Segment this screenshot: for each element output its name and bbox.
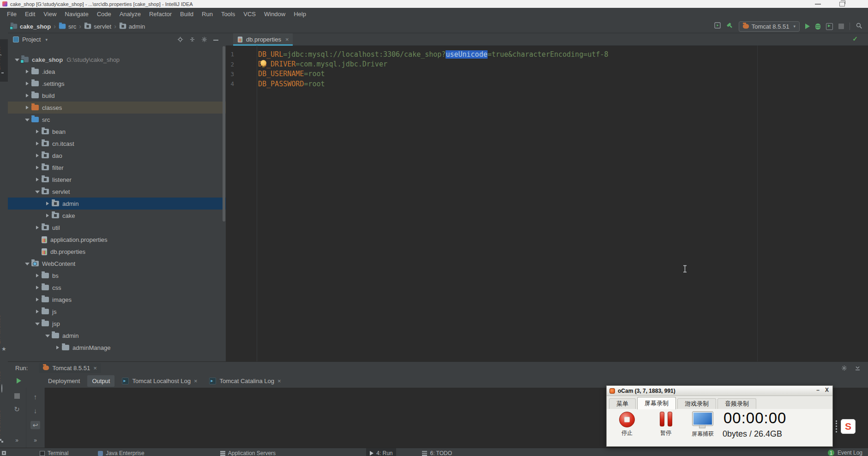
expand-arrow-icon[interactable]: [35, 153, 40, 158]
menu-view[interactable]: View: [39, 11, 60, 18]
tree-item-cake-shop[interactable]: cake_shopG:\study\cake_shop: [8, 54, 226, 66]
tree-item-webcontent[interactable]: WebContent: [8, 258, 226, 270]
soft-wrap-icon[interactable]: ↩: [30, 421, 41, 429]
tree-item-db-properties[interactable]: db.properties: [8, 246, 226, 258]
stop-process-icon[interactable]: [14, 393, 20, 399]
menu-refactor[interactable]: Refactor: [145, 11, 176, 18]
tree-item-cn-itcast[interactable]: cn.itcast: [8, 138, 226, 150]
hide-panel-icon[interactable]: [213, 40, 218, 41]
close-icon[interactable]: ×: [277, 378, 281, 384]
ocam-tab-item[interactable]: 屏幕录制: [637, 397, 676, 409]
expand-arrow-icon[interactable]: [35, 165, 40, 170]
sidebar-tab-favorites[interactable]: 2: Favorites: [0, 315, 1, 344]
menu-tools[interactable]: Tools: [217, 11, 239, 18]
ocam-stop-button[interactable]: 停止: [614, 412, 640, 437]
ocam-capture-button[interactable]: 屏幕捕获: [686, 412, 719, 438]
expand-arrow-icon[interactable]: [35, 225, 40, 230]
breadcrumb-item-src[interactable]: src: [59, 23, 76, 30]
ocam-close-button[interactable]: X: [825, 387, 829, 393]
chevron-down-icon[interactable]: ▾: [45, 37, 48, 42]
project-scrollbar[interactable]: [223, 46, 225, 222]
expand-arrow-icon[interactable]: [55, 345, 60, 350]
build-hammer-icon[interactable]: [726, 22, 733, 31]
collapse-arrow-icon[interactable]: [14, 57, 20, 62]
close-icon[interactable]: ×: [93, 365, 97, 372]
code-line-1[interactable]: 1DB_URL=jdbc:mysql://localhost:3306/cake…: [226, 49, 868, 59]
breadcrumb-item-admin[interactable]: admin: [119, 23, 145, 30]
tree-item-admin[interactable]: admin: [8, 198, 226, 210]
expand-arrow-icon[interactable]: [35, 285, 40, 290]
run-button[interactable]: [805, 24, 810, 29]
close-icon[interactable]: ×: [194, 378, 198, 384]
expand-arrow-icon[interactable]: [24, 81, 30, 86]
close-icon[interactable]: ×: [285, 36, 289, 43]
menu-file[interactable]: File: [3, 11, 21, 18]
debug-button[interactable]: [815, 24, 820, 30]
menu-vcs[interactable]: VCS: [239, 11, 260, 18]
ocam-minimize-button[interactable]: –: [816, 387, 820, 393]
scroll-down-icon[interactable]: ↓: [34, 407, 37, 414]
ocam-tab-item[interactable]: 游戏录制: [677, 398, 716, 409]
menu-analyze[interactable]: Analyze: [115, 11, 145, 18]
code-lines[interactable]: 1DB_URL=jdbc:mysql://localhost:3306/cake…: [226, 45, 868, 361]
tree-item-idea[interactable]: .idea: [8, 66, 226, 78]
tree-item-classes[interactable]: classes: [8, 102, 226, 114]
sidebar-tab-web[interactable]: Web: [0, 371, 1, 382]
tree-item-settings[interactable]: .settings: [8, 78, 226, 90]
statusbar-item-java-enterprise[interactable]: Java Enterprise: [94, 448, 148, 456]
code-line-4[interactable]: 4DB_PASSWORD=root: [226, 79, 868, 89]
event-log-button[interactable]: 1 Event Log: [828, 450, 862, 456]
collapse-all-icon[interactable]: [189, 36, 195, 44]
collapse-arrow-icon[interactable]: [45, 333, 50, 338]
expand-arrow-icon[interactable]: [45, 201, 50, 206]
search-icon[interactable]: [856, 22, 862, 31]
run-config-tab[interactable]: Tomcat 8.5.51 ×: [39, 363, 101, 373]
run-tab-tomcat-localhost-log[interactable]: Tomcat Localhost Log×: [117, 375, 202, 387]
statusbar-item-4-run[interactable]: 4: Run: [366, 448, 396, 456]
statusbar-item-application-servers[interactable]: Application Servers: [217, 448, 279, 456]
coverage-button[interactable]: [826, 23, 833, 30]
minimize-button[interactable]: [815, 4, 821, 5]
tree-item-adminmanage[interactable]: adminManage: [8, 342, 226, 354]
intention-bulb-icon[interactable]: [260, 60, 266, 66]
tree-item-admin[interactable]: admin: [8, 330, 226, 342]
code-line-2[interactable]: 2DB_DRIVER=com.mysql.jdbc.Driver: [226, 59, 868, 69]
ocam-tab-item[interactable]: 音频录制: [717, 398, 756, 409]
screen-edge-badge[interactable]: S: [836, 419, 856, 434]
gear-icon[interactable]: [841, 365, 847, 373]
stop-button[interactable]: [838, 24, 844, 29]
run-tab-deployment[interactable]: Deployment: [43, 375, 84, 387]
sidebar-tab-structure[interactable]: 7: Structure: [0, 410, 1, 438]
tree-item-images[interactable]: images: [8, 294, 226, 306]
ocam-tab-item[interactable]: 菜单: [609, 398, 636, 409]
statusbar-item-6-todo[interactable]: 6: TODO: [418, 448, 456, 456]
code-line-3[interactable]: 3DB_USERNAME=root: [226, 69, 868, 79]
run-configuration-select[interactable]: Tomcat 8.5.51 ▾: [739, 21, 800, 32]
expand-arrow-icon[interactable]: [24, 93, 30, 98]
expand-arrow-icon[interactable]: [35, 129, 40, 134]
tree-item-listener[interactable]: listener: [8, 174, 226, 186]
menu-edit[interactable]: Edit: [21, 11, 39, 18]
expand-arrow-icon[interactable]: [24, 69, 30, 74]
tree-item-build[interactable]: build: [8, 90, 226, 102]
collapse-arrow-icon[interactable]: [24, 261, 30, 266]
hide-toolwindow-icon[interactable]: [855, 365, 861, 373]
breadcrumb-item-cake-shop[interactable]: cake_shop: [10, 23, 51, 30]
expand-arrow-icon[interactable]: [35, 309, 40, 314]
menu-navigate[interactable]: Navigate: [60, 11, 92, 18]
tree-item-src[interactable]: src: [8, 114, 226, 126]
scroll-up-icon[interactable]: ↑: [34, 393, 37, 400]
expand-arrow-icon[interactable]: [35, 177, 40, 182]
tree-item-application-properties[interactable]: application.properties: [8, 234, 226, 246]
tree-item-jsp[interactable]: jsp: [8, 318, 226, 330]
collapse-arrow-icon[interactable]: [24, 117, 30, 122]
tree-item-servlet[interactable]: servlet: [8, 186, 226, 198]
collapse-arrow-icon[interactable]: [35, 189, 40, 194]
editor-tab-db-properties[interactable]: db.properties ×: [233, 33, 293, 45]
restore-button[interactable]: [839, 2, 845, 6]
sidebar-tab-project[interactable]: 1: Project: [0, 47, 1, 70]
ocam-pause-button[interactable]: 暂停: [653, 412, 679, 437]
toolwindow-switcher-icon[interactable]: [2, 451, 6, 455]
statusbar-item-terminal[interactable]: Terminal: [36, 448, 72, 456]
tree-item-bs[interactable]: bs: [8, 270, 226, 282]
